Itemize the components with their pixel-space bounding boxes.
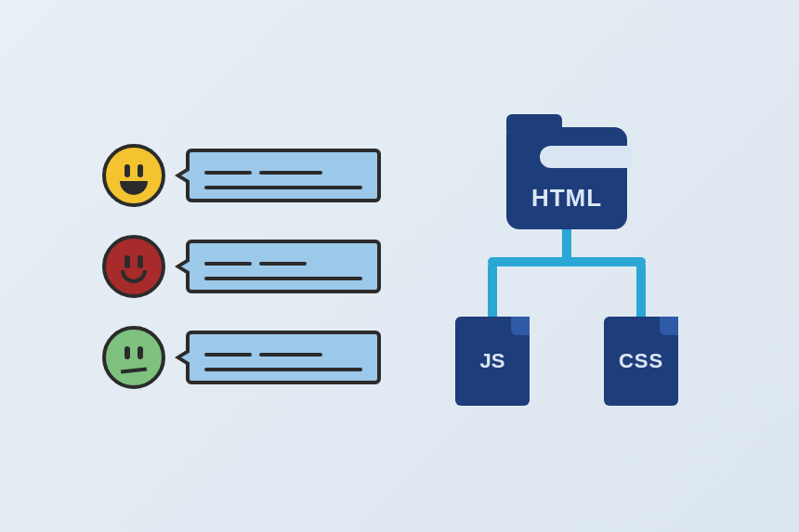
connector-icon [562,229,571,257]
speech-bubble [186,331,381,384]
happy-face-icon [102,144,165,207]
speech-bubble [186,240,381,293]
html-folder-icon: HTML [506,127,627,229]
tech-tree: HTML JS CSS [437,127,697,406]
css-label: CSS [619,349,663,373]
feedback-list [102,144,381,389]
js-label: JS [480,349,505,373]
connector-icon [488,257,646,266]
speech-bubble [186,149,381,202]
feedback-row-neutral [102,326,381,389]
feedback-row-happy [102,144,381,207]
feedback-row-smile [102,235,381,298]
connector-icon [488,265,497,317]
neutral-face-icon [102,326,165,389]
connector-icon [636,265,646,317]
css-file-icon: CSS [604,317,678,406]
smile-face-icon [102,235,165,298]
js-file-icon: JS [455,317,530,406]
html-label: HTML [531,184,602,213]
